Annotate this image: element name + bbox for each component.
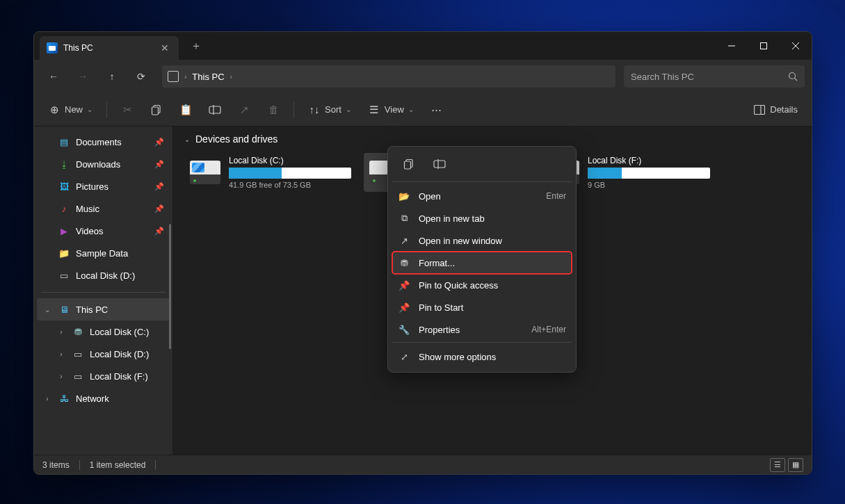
sidebar-item-documents[interactable]: ▤Documents📌 [37, 131, 170, 153]
sidebar-item-downloads[interactable]: ⭳Downloads📌 [37, 153, 170, 175]
delete-button[interactable]: 🗑 [260, 98, 287, 122]
chevron-right-icon[interactable]: › [56, 373, 66, 380]
context-open-new-window[interactable]: ↗Open in new window [392, 229, 572, 252]
chevron-right-icon[interactable]: › [56, 350, 66, 358]
details-label: Details [770, 104, 798, 115]
trash-icon: 🗑 [267, 104, 280, 116]
disk-icon: ▭ [58, 269, 70, 282]
sidebar-drive-d[interactable]: ›▭Local Disk (D:) [51, 343, 170, 365]
new-button[interactable]: ⊕ New ⌄ [41, 98, 99, 122]
breadcrumb-location[interactable]: This PC [192, 72, 224, 82]
pin-icon: 📌 [154, 160, 164, 169]
plus-circle-icon: ⊕ [48, 104, 61, 116]
videos-icon: ▶ [58, 225, 70, 237]
context-properties[interactable]: 🔧PropertiesAlt+Enter [392, 318, 572, 341]
sidebar-drive-c[interactable]: ›⛃Local Disk (C:) [51, 320, 170, 343]
cut-button[interactable]: ✂ [114, 98, 140, 122]
chevron-down-icon[interactable]: ⌄ [42, 306, 52, 314]
rename-button[interactable] [202, 98, 228, 122]
maximize-button[interactable] [748, 32, 780, 60]
pin-icon: 📌 [154, 138, 164, 147]
divider [106, 101, 107, 118]
search-input[interactable]: Search This PC [624, 65, 805, 88]
copy-button[interactable] [396, 154, 421, 174]
sidebar-item-network[interactable]: ›🖧Network [37, 387, 170, 409]
context-item-label: Open in new tab [419, 213, 485, 224]
pin-icon: 📌 [154, 227, 164, 236]
share-icon: ↗ [238, 104, 250, 116]
disk-icon: ⛃ [72, 325, 84, 338]
sidebar-item-music[interactable]: ♪Music📌 [37, 197, 170, 220]
svg-rect-7 [152, 107, 159, 115]
cut-icon: ✂ [121, 104, 134, 116]
folder-open-icon: 📂 [398, 191, 410, 202]
network-icon: 🖧 [58, 392, 70, 405]
sidebar-item-label: Music [76, 204, 99, 214]
capacity-bar [588, 168, 710, 179]
pc-icon: 🖥 [58, 303, 70, 316]
drive-c[interactable]: Local Disk (C:) 41.9 GB free of 73.5 GB [184, 153, 355, 192]
close-tab-icon[interactable]: ✕ [161, 42, 169, 54]
pin-icon: 📌 [154, 204, 164, 213]
section-title: Devices and drives [195, 133, 277, 145]
copy-button[interactable] [143, 98, 170, 122]
ellipsis-icon: ⋯ [430, 104, 443, 116]
svg-line-5 [795, 79, 798, 81]
details-button[interactable]: Details [746, 98, 805, 122]
context-open[interactable]: 📂OpenEnter [392, 185, 572, 207]
section-header[interactable]: ⌄ Devices and drives [184, 133, 800, 145]
refresh-button[interactable]: ⟳ [129, 64, 154, 89]
close-button[interactable] [780, 32, 812, 60]
svg-rect-14 [434, 161, 445, 168]
context-shortcut: Alt+Enter [531, 325, 566, 334]
sidebar-item-pictures[interactable]: 🖼Pictures📌 [37, 175, 170, 197]
paste-button[interactable]: 📋 [172, 98, 199, 122]
sidebar-item-label: Sample Data [76, 248, 128, 259]
view-label: View [385, 104, 404, 115]
sidebar-item-this-pc[interactable]: ⌄🖥This PC [37, 298, 170, 320]
disk-icon: ⛃ [398, 258, 410, 268]
sidebar-item-label: Pictures [76, 181, 108, 192]
sidebar-item-local-disk-d[interactable]: ▭Local Disk (D:) [37, 264, 170, 286]
svg-rect-10 [755, 105, 765, 114]
sidebar-item-videos[interactable]: ▶Videos📌 [37, 220, 170, 242]
view-button[interactable]: ☰ View ⌄ [361, 98, 421, 122]
context-format[interactable]: ⛃Format... [392, 252, 572, 274]
tab-this-pc[interactable]: This PC ✕ [40, 36, 179, 60]
address-bar[interactable]: › This PC › [162, 65, 615, 88]
context-pin-start[interactable]: 📌Pin to Start [392, 296, 572, 318]
separator [79, 460, 80, 470]
new-tab-button[interactable]: ＋ [186, 35, 207, 56]
minimize-button[interactable] [716, 32, 748, 60]
chevron-down-icon: ⌄ [408, 106, 414, 113]
chevron-right-icon[interactable]: › [56, 328, 66, 336]
sidebar-item-label: Local Disk (C:) [90, 327, 149, 337]
back-button[interactable]: ← [41, 64, 66, 89]
sort-icon: ↑↓ [308, 104, 321, 116]
sidebar-drive-f[interactable]: ›▭Local Disk (F:) [51, 365, 170, 387]
chevron-right-icon[interactable]: › [42, 395, 52, 403]
view-toggle: ☰ ▦ [770, 458, 803, 472]
context-pin-quick-access[interactable]: 📌Pin to Quick access [392, 274, 572, 296]
pin-icon: 📌 [154, 182, 164, 191]
rename-button[interactable] [427, 154, 452, 174]
list-view-button[interactable]: ☰ [770, 458, 785, 472]
context-open-new-tab[interactable]: ⧉Open in new tab [392, 207, 572, 229]
details-icon [753, 104, 766, 116]
grid-view-button[interactable]: ▦ [788, 458, 803, 472]
drive-name: Local Disk (C:) [229, 156, 351, 165]
forward-button[interactable]: → [70, 64, 95, 89]
context-item-label: Pin to Start [419, 302, 463, 313]
sidebar-item-sample-data[interactable]: 📁Sample Data [37, 242, 170, 264]
sidebar-item-label: Network [76, 393, 109, 404]
status-item-count: 3 items [42, 460, 70, 470]
more-button[interactable]: ⋯ [424, 98, 450, 122]
chevron-down-icon: ⌄ [346, 106, 351, 113]
share-button[interactable]: ↗ [231, 98, 257, 122]
context-show-more[interactable]: ⤢Show more options [392, 346, 572, 368]
sort-button[interactable]: ↑↓ Sort ⌄ [301, 98, 358, 122]
scrollbar-thumb[interactable] [169, 224, 171, 349]
context-item-label: Pin to Quick access [419, 280, 498, 291]
context-item-label: Format... [419, 258, 455, 268]
up-button[interactable]: ↑ [99, 64, 124, 89]
